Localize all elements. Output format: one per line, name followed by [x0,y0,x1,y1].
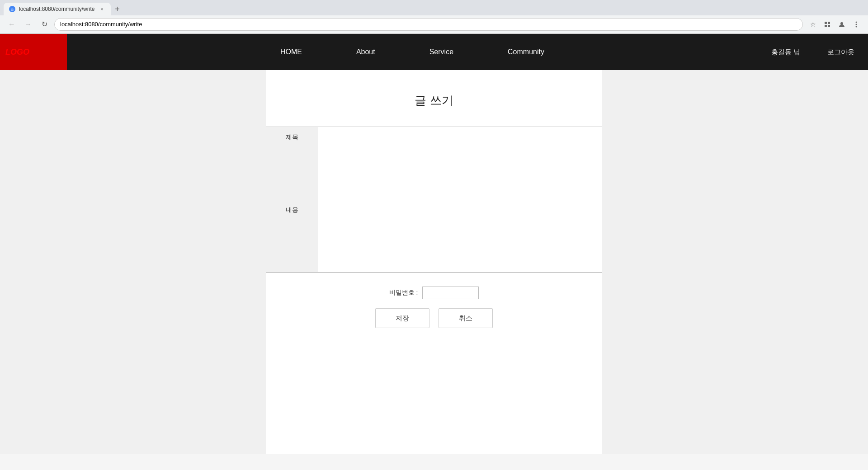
main-content: 글 쓰기 제목 내용 비밀번호 : 저장 [0,70,868,454]
navbar: LOGO HOME About Service Community 홍길동 님 … [0,34,868,70]
password-input[interactable] [422,287,479,299]
browser-tab[interactable]: G localhost:8080/community/write × [4,3,111,15]
profile-button[interactable] [835,18,848,31]
svg-rect-2 [825,22,827,24]
write-form-table: 제목 내용 [266,127,602,273]
page-title: 글 쓰기 [266,93,602,108]
logo-text: LOGO [5,47,29,57]
cancel-button[interactable]: 취소 [439,308,493,328]
svg-text:G: G [11,8,14,12]
logo[interactable]: LOGO [0,34,67,70]
content-cell [318,148,602,273]
bookmark-button[interactable]: ☆ [807,18,819,31]
tab-title: localhost:8080/community/write [19,6,94,12]
svg-point-7 [856,21,857,23]
forward-button[interactable]: → [22,18,34,31]
title-row: 제목 [266,127,602,148]
nav-item-community[interactable]: Community [481,34,571,70]
content-label: 내용 [266,148,318,273]
address-actions: ☆ [807,18,863,31]
browser-chrome: G localhost:8080/community/write × + ← →… [0,0,868,34]
title-cell [318,127,602,148]
svg-rect-5 [828,25,830,27]
address-input[interactable] [54,18,803,31]
nav-item-about[interactable]: About [329,34,402,70]
navbar-user: 홍길동 님 로그아웃 [758,48,868,56]
form-bottom: 비밀번호 : 저장 취소 [266,273,602,337]
password-row: 비밀번호 : [389,287,479,299]
nav-item-home[interactable]: HOME [253,34,329,70]
menu-button[interactable] [850,18,863,31]
button-row: 저장 취소 [375,308,493,328]
extension-button[interactable] [821,18,834,31]
content-wrapper: 글 쓰기 제목 내용 비밀번호 : 저장 [266,70,602,454]
title-label: 제목 [266,127,318,148]
svg-rect-4 [825,25,827,27]
logout-button[interactable]: 로그아웃 [814,48,868,56]
svg-point-9 [856,26,857,27]
password-label: 비밀번호 : [389,289,418,297]
reload-button[interactable]: ↻ [38,18,51,31]
navbar-menu: HOME About Service Community [67,34,758,70]
back-button[interactable]: ← [5,18,18,31]
content-row: 내용 [266,148,602,273]
page-title-section: 글 쓰기 [266,70,602,127]
title-input[interactable] [318,128,602,147]
user-name: 홍길동 님 [758,48,814,56]
tab-bar: G localhost:8080/community/write × + [0,0,868,15]
svg-point-8 [856,24,857,25]
address-bar: ← → ↻ ☆ [0,15,868,33]
content-textarea[interactable] [318,148,602,270]
svg-rect-3 [828,22,830,24]
new-tab-button[interactable]: + [111,3,123,15]
tab-close-button[interactable]: × [98,5,105,13]
save-button[interactable]: 저장 [375,308,429,328]
nav-item-service[interactable]: Service [402,34,481,70]
